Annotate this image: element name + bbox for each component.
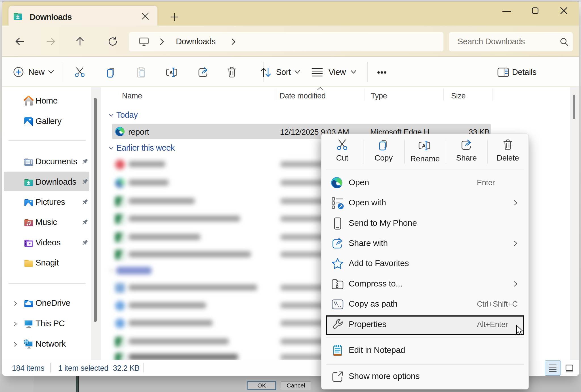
svg-text:A: A xyxy=(169,70,173,75)
svg-text:A: A xyxy=(422,143,426,149)
